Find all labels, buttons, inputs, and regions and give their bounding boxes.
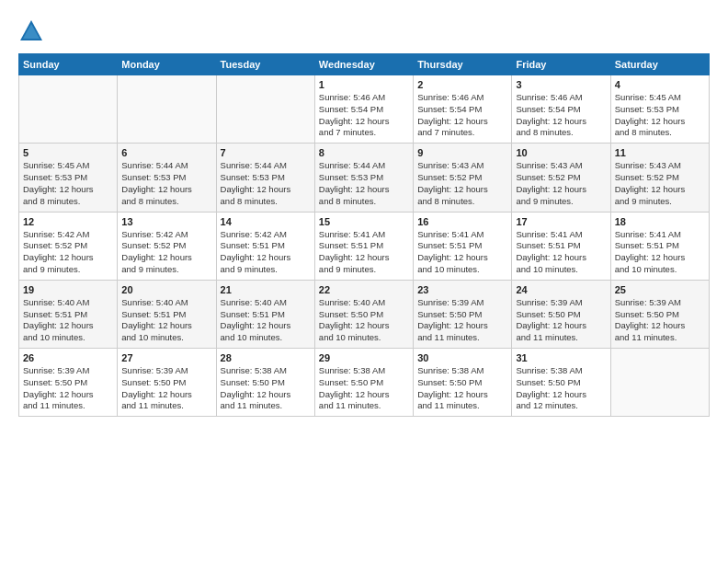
calendar-cell [216,75,314,144]
calendar-cell: 26Sunrise: 5:39 AM Sunset: 5:50 PM Dayli… [19,349,118,417]
calendar-cell: 17Sunrise: 5:41 AM Sunset: 5:51 PM Dayli… [512,212,610,280]
cell-day-number: 25 [615,284,705,295]
cell-info: Sunrise: 5:40 AM Sunset: 5:50 PM Dayligh… [319,297,409,344]
calendar-cell: 30Sunrise: 5:38 AM Sunset: 5:50 PM Dayli… [414,349,512,417]
cell-day-number: 6 [121,147,211,158]
calendar-cell: 4Sunrise: 5:45 AM Sunset: 5:53 PM Daylig… [610,75,709,144]
cell-info: Sunrise: 5:40 AM Sunset: 5:51 PM Dayligh… [23,297,113,344]
calendar-cell: 27Sunrise: 5:39 AM Sunset: 5:50 PM Dayli… [118,349,216,417]
calendar-cell: 9Sunrise: 5:43 AM Sunset: 5:52 PM Daylig… [414,144,512,212]
cell-info: Sunrise: 5:41 AM Sunset: 5:51 PM Dayligh… [516,229,606,276]
cell-info: Sunrise: 5:41 AM Sunset: 5:51 PM Dayligh… [417,229,507,276]
calendar-cell: 22Sunrise: 5:40 AM Sunset: 5:50 PM Dayli… [314,280,413,348]
calendar-cell: 12Sunrise: 5:42 AM Sunset: 5:52 PM Dayli… [19,212,118,280]
cell-info: Sunrise: 5:43 AM Sunset: 5:52 PM Dayligh… [417,160,507,207]
calendar-cell: 5Sunrise: 5:45 AM Sunset: 5:53 PM Daylig… [19,144,118,212]
calendar-cell: 25Sunrise: 5:39 AM Sunset: 5:50 PM Dayli… [610,280,709,348]
cell-info: Sunrise: 5:44 AM Sunset: 5:53 PM Dayligh… [319,160,409,207]
cell-day-number: 26 [23,352,113,363]
weekday-header-saturday: Saturday [610,54,709,75]
cell-day-number: 9 [417,147,507,158]
calendar-week-2: 12Sunrise: 5:42 AM Sunset: 5:52 PM Dayli… [19,212,710,280]
cell-info: Sunrise: 5:38 AM Sunset: 5:50 PM Dayligh… [221,365,311,412]
cell-day-number: 2 [417,79,507,90]
cell-day-number: 22 [319,284,409,295]
logo-icon [18,18,44,44]
calendar-cell: 23Sunrise: 5:39 AM Sunset: 5:50 PM Dayli… [414,280,512,348]
cell-info: Sunrise: 5:44 AM Sunset: 5:53 PM Dayligh… [121,160,211,207]
cell-day-number: 11 [615,147,705,158]
cell-info: Sunrise: 5:42 AM Sunset: 5:51 PM Dayligh… [221,229,311,276]
cell-day-number: 15 [319,216,409,227]
cell-info: Sunrise: 5:39 AM Sunset: 5:50 PM Dayligh… [23,365,113,412]
cell-day-number: 3 [516,79,606,90]
calendar-cell: 31Sunrise: 5:38 AM Sunset: 5:50 PM Dayli… [512,349,610,417]
cell-day-number: 20 [121,284,211,295]
cell-day-number: 4 [615,79,705,90]
cell-info: Sunrise: 5:41 AM Sunset: 5:51 PM Dayligh… [319,229,409,276]
calendar-body: 1Sunrise: 5:46 AM Sunset: 5:54 PM Daylig… [19,75,710,417]
cell-day-number: 23 [417,284,507,295]
cell-info: Sunrise: 5:46 AM Sunset: 5:54 PM Dayligh… [417,92,507,139]
cell-info: Sunrise: 5:45 AM Sunset: 5:53 PM Dayligh… [23,160,113,207]
calendar-header: SundayMondayTuesdayWednesdayThursdayFrid… [19,54,710,75]
calendar-cell: 15Sunrise: 5:41 AM Sunset: 5:51 PM Dayli… [314,212,413,280]
calendar-table: SundayMondayTuesdayWednesdayThursdayFrid… [18,53,710,417]
cell-day-number: 10 [516,147,606,158]
calendar-cell: 16Sunrise: 5:41 AM Sunset: 5:51 PM Dayli… [414,212,512,280]
cell-day-number: 17 [516,216,606,227]
cell-day-number: 24 [516,284,606,295]
cell-info: Sunrise: 5:44 AM Sunset: 5:53 PM Dayligh… [221,160,311,207]
calendar-cell: 10Sunrise: 5:43 AM Sunset: 5:52 PM Dayli… [512,144,610,212]
cell-day-number: 31 [516,352,606,363]
weekday-header-sunday: Sunday [19,54,118,75]
calendar-cell: 14Sunrise: 5:42 AM Sunset: 5:51 PM Dayli… [216,212,314,280]
weekday-header-thursday: Thursday [414,54,512,75]
cell-info: Sunrise: 5:39 AM Sunset: 5:50 PM Dayligh… [615,297,705,344]
calendar-cell: 6Sunrise: 5:44 AM Sunset: 5:53 PM Daylig… [118,144,216,212]
cell-info: Sunrise: 5:39 AM Sunset: 5:50 PM Dayligh… [417,297,507,344]
calendar-cell: 28Sunrise: 5:38 AM Sunset: 5:50 PM Dayli… [216,349,314,417]
cell-info: Sunrise: 5:42 AM Sunset: 5:52 PM Dayligh… [23,229,113,276]
cell-day-number: 19 [23,284,113,295]
calendar-week-4: 26Sunrise: 5:39 AM Sunset: 5:50 PM Dayli… [19,349,710,417]
cell-day-number: 21 [221,284,311,295]
weekday-row: SundayMondayTuesdayWednesdayThursdayFrid… [19,54,710,75]
calendar-cell: 20Sunrise: 5:40 AM Sunset: 5:51 PM Dayli… [118,280,216,348]
calendar-cell: 24Sunrise: 5:39 AM Sunset: 5:50 PM Dayli… [512,280,610,348]
calendar-cell: 3Sunrise: 5:46 AM Sunset: 5:54 PM Daylig… [512,75,610,144]
cell-info: Sunrise: 5:38 AM Sunset: 5:50 PM Dayligh… [417,365,507,412]
calendar-cell: 21Sunrise: 5:40 AM Sunset: 5:51 PM Dayli… [216,280,314,348]
calendar-week-3: 19Sunrise: 5:40 AM Sunset: 5:51 PM Dayli… [19,280,710,348]
cell-info: Sunrise: 5:46 AM Sunset: 5:54 PM Dayligh… [516,92,606,139]
cell-info: Sunrise: 5:40 AM Sunset: 5:51 PM Dayligh… [121,297,211,344]
cell-info: Sunrise: 5:38 AM Sunset: 5:50 PM Dayligh… [319,365,409,412]
header [18,18,710,44]
calendar-cell [19,75,118,144]
calendar-cell: 19Sunrise: 5:40 AM Sunset: 5:51 PM Dayli… [19,280,118,348]
weekday-header-friday: Friday [512,54,610,75]
weekday-header-tuesday: Tuesday [216,54,314,75]
calendar-cell: 7Sunrise: 5:44 AM Sunset: 5:53 PM Daylig… [216,144,314,212]
cell-info: Sunrise: 5:38 AM Sunset: 5:50 PM Dayligh… [516,365,606,412]
logo [18,18,48,44]
cell-info: Sunrise: 5:45 AM Sunset: 5:53 PM Dayligh… [615,92,705,139]
calendar-cell: 13Sunrise: 5:42 AM Sunset: 5:52 PM Dayli… [118,212,216,280]
cell-info: Sunrise: 5:46 AM Sunset: 5:54 PM Dayligh… [319,92,409,139]
cell-info: Sunrise: 5:43 AM Sunset: 5:52 PM Dayligh… [516,160,606,207]
calendar-cell: 2Sunrise: 5:46 AM Sunset: 5:54 PM Daylig… [414,75,512,144]
cell-day-number: 29 [319,352,409,363]
calendar-cell [118,75,216,144]
cell-info: Sunrise: 5:42 AM Sunset: 5:52 PM Dayligh… [121,229,211,276]
cell-day-number: 14 [221,216,311,227]
calendar-cell [610,349,709,417]
cell-info: Sunrise: 5:41 AM Sunset: 5:51 PM Dayligh… [615,229,705,276]
cell-day-number: 8 [319,147,409,158]
calendar-week-0: 1Sunrise: 5:46 AM Sunset: 5:54 PM Daylig… [19,75,710,144]
cell-day-number: 18 [615,216,705,227]
weekday-header-monday: Monday [118,54,216,75]
calendar-cell: 1Sunrise: 5:46 AM Sunset: 5:54 PM Daylig… [314,75,413,144]
cell-info: Sunrise: 5:43 AM Sunset: 5:52 PM Dayligh… [615,160,705,207]
page: SundayMondayTuesdayWednesdayThursdayFrid… [0,0,728,563]
cell-info: Sunrise: 5:39 AM Sunset: 5:50 PM Dayligh… [516,297,606,344]
